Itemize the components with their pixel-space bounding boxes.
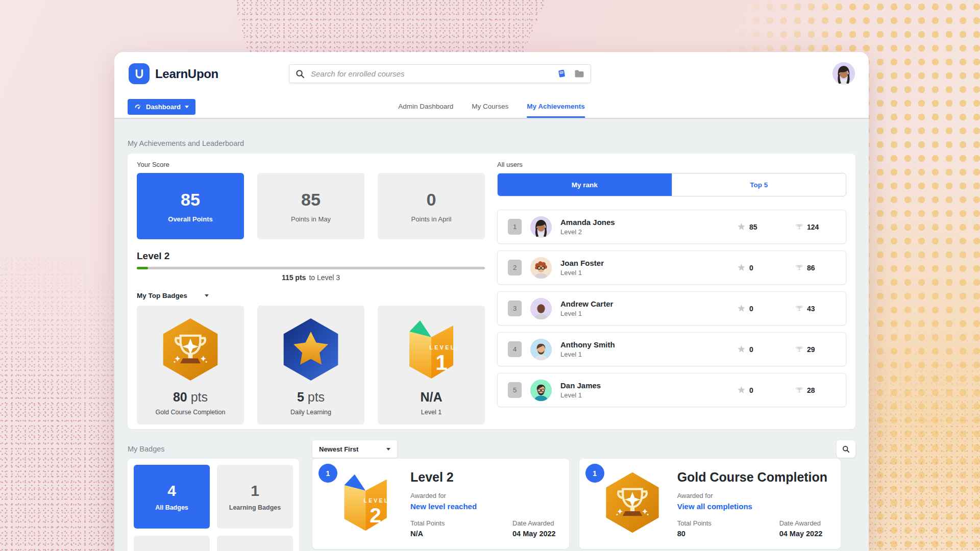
- points-to-next-level: 115 ptsto Level 3: [137, 273, 485, 282]
- total-points-value: N/A: [410, 530, 512, 538]
- leaderboard-row[interactable]: 2 Joan Foster Level 1: [497, 251, 846, 285]
- leaderboard-rows: 1 Amanda Jones Level 2: [497, 210, 846, 407]
- score-value: 85: [301, 190, 321, 210]
- leaderboard-row[interactable]: 5 Dan James Level 1: [497, 373, 846, 407]
- star-count: 85: [749, 223, 757, 231]
- trophy-icon: [796, 223, 803, 231]
- leaderboard-row[interactable]: 4 Anthony Smith Level 1: [497, 332, 846, 366]
- my-badges-title: My Badges: [128, 440, 855, 458]
- nav-tab[interactable]: My Achievements: [527, 95, 585, 118]
- score-card[interactable]: 0 Points in April: [378, 173, 485, 239]
- badge-icon: [158, 316, 223, 383]
- user-avatar: [530, 257, 552, 279]
- top-badge-cards: 80 pts Gold Course Completion 5 pts Dail…: [137, 306, 485, 424]
- book-icon[interactable]: [557, 69, 567, 79]
- badge-icon: LEVEL 2: [327, 469, 404, 549]
- rank-badge: 2: [508, 260, 522, 276]
- score-card[interactable]: 85 Overall Points: [137, 173, 244, 239]
- badges-search-button[interactable]: [837, 440, 855, 458]
- badge-count-placeholder[interactable]: [134, 536, 210, 551]
- dashboard-gauge-icon: [134, 103, 142, 111]
- svg-text:2: 2: [370, 504, 381, 527]
- top-badge-card[interactable]: 80 pts Gold Course Completion: [137, 306, 244, 424]
- trophy-count: 28: [807, 386, 815, 394]
- top-badge-card[interactable]: LEVEL 1 N/A Level 1: [378, 306, 485, 424]
- leaderboard-row[interactable]: 3 Andrew Carter Level 1: [497, 291, 846, 325]
- badge-count-card[interactable]: 4 All Badges: [134, 465, 210, 529]
- trophy-count: 43: [807, 305, 815, 313]
- brand-logo[interactable]: LearnUpon: [129, 63, 218, 84]
- top-badge-card[interactable]: 5 pts Daily Learning: [257, 306, 364, 424]
- badge-icon: [278, 316, 344, 383]
- rank-badge: 3: [508, 300, 522, 316]
- trophy-icon: [796, 264, 803, 271]
- score-card[interactable]: 85 Points in May: [257, 173, 364, 239]
- achievements-panel: Your Score 85 Overall Points 85 Points i…: [128, 154, 855, 429]
- score-value: 85: [181, 190, 200, 210]
- user-name: Anthony Smith: [560, 340, 615, 349]
- search-icon: [842, 445, 850, 453]
- points-needed: 115 pts: [282, 273, 306, 282]
- trophy-icon: [796, 387, 803, 394]
- search-bar: [289, 64, 591, 83]
- trophy-count: 29: [807, 345, 815, 354]
- star-count: 0: [749, 305, 753, 313]
- sort-dropdown-value: Newest First: [319, 445, 358, 453]
- app-header: LearnUpon: [114, 52, 869, 95]
- badge-icon: LEVEL 1: [401, 316, 462, 383]
- badge-count-value: 1: [251, 482, 259, 499]
- trophy-icon: [796, 346, 803, 353]
- my-badges-header: My Badges Newest First: [128, 440, 855, 458]
- badge-count-bubble: 1: [318, 464, 337, 483]
- badge-count-label: Learning Badges: [229, 504, 281, 511]
- nav-tab-label: My Achievements: [527, 103, 585, 110]
- nav-tab[interactable]: Admin Dashboard: [398, 95, 453, 118]
- page-content: My Achievements and Leaderboard Your Sco…: [114, 119, 869, 551]
- score-card-label: Points in April: [411, 215, 452, 223]
- score-card-label: Points in May: [291, 215, 331, 223]
- leaderboard-tab[interactable]: Top 5: [672, 173, 846, 196]
- badge-name: Daily Learning: [290, 409, 331, 416]
- user-level: Level 1: [560, 269, 604, 277]
- badge-count-card[interactable]: 1 Learning Badges: [217, 465, 293, 529]
- trophy-icon: [796, 305, 803, 312]
- leaderboard-row[interactable]: 1 Amanda Jones Level 2: [497, 210, 846, 244]
- badge-count-bubble: 1: [585, 464, 604, 483]
- badge-title: Level 2: [410, 470, 556, 485]
- rank-badge: 4: [508, 341, 522, 357]
- leaderboard-tabs: My rank Top 5: [497, 173, 846, 196]
- user-avatar: [530, 339, 552, 360]
- leaderboard-tab[interactable]: My rank: [498, 173, 672, 196]
- awarded-for-link[interactable]: New level reached: [410, 502, 556, 511]
- app-nav: Dashboard Admin Dashboard My Courses My …: [114, 95, 869, 119]
- date-awarded-label: Date Awarded: [512, 519, 556, 527]
- my-top-badges-header[interactable]: My Top Badges: [137, 292, 485, 299]
- star-icon: [738, 223, 745, 231]
- sort-dropdown[interactable]: Newest First: [312, 440, 397, 458]
- nav-tab-label: My Courses: [472, 103, 508, 110]
- nav-tab[interactable]: My Courses: [472, 95, 508, 118]
- dashboard-menu-button[interactable]: Dashboard: [128, 99, 195, 115]
- total-points-label: Total Points: [410, 519, 512, 527]
- badge-points: 5 pts: [297, 390, 325, 405]
- folder-icon[interactable]: [574, 69, 584, 78]
- badge-points-value: 5: [297, 390, 304, 404]
- badge-count-value: 4: [167, 482, 176, 499]
- user-name: Joan Foster: [560, 259, 604, 267]
- learnupon-logo-icon: [129, 63, 150, 84]
- badge-count-placeholder[interactable]: [217, 536, 293, 551]
- awarded-for-label: Awarded for: [410, 492, 556, 499]
- badge-name: Level 1: [421, 409, 442, 416]
- user-name: Amanda Jones: [560, 218, 615, 227]
- date-awarded-value: 04 May 2022: [512, 530, 556, 538]
- user-level: Level 1: [560, 310, 613, 317]
- awarded-for-link[interactable]: View all completions: [677, 502, 827, 511]
- rank-badge: 5: [508, 382, 522, 398]
- search-input[interactable]: [310, 69, 552, 79]
- badge-count-label: All Badges: [155, 504, 188, 511]
- user-avatar: [530, 298, 552, 319]
- chevron-down-icon: [386, 448, 390, 450]
- svg-text:LEVEL: LEVEL: [363, 498, 389, 504]
- user-avatar[interactable]: [832, 62, 855, 85]
- badge-title: Gold Course Completion: [677, 470, 827, 485]
